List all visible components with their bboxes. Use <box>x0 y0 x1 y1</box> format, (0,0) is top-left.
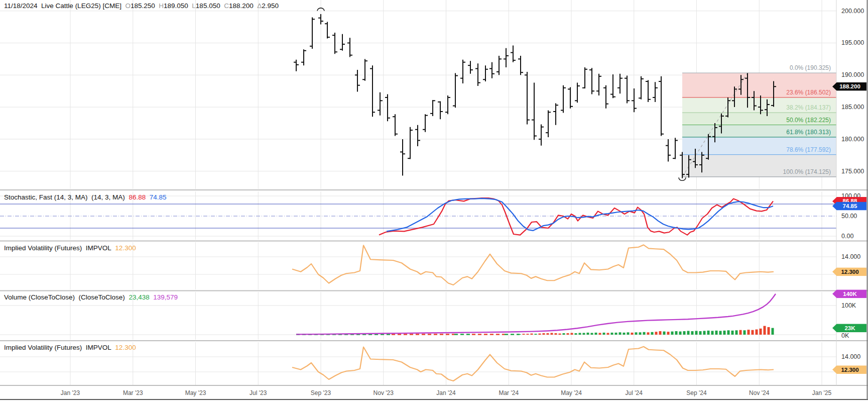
fib-level-label: 0.0% (190.325) <box>790 64 831 71</box>
change-value: 2.950 <box>262 2 279 10</box>
price-bar <box>370 65 375 117</box>
price-bar <box>504 48 509 67</box>
volume-bar <box>651 332 654 335</box>
volume-bar <box>711 331 714 335</box>
volume-bar <box>619 332 622 335</box>
low-label: L <box>192 2 196 10</box>
fib-level-label: 78.6% (177.592) <box>786 146 831 153</box>
stoch-axis-tick: 0.00 <box>841 233 853 240</box>
volume-bar <box>735 330 738 335</box>
volume-bar <box>563 333 565 335</box>
volume-bar <box>595 333 597 335</box>
volume-header[interactable]: Volume (CloseToClose) (CloseToClose) 23,… <box>4 293 178 301</box>
price-bar <box>301 49 306 65</box>
volume-bar <box>575 333 577 335</box>
price-bar <box>347 38 352 57</box>
price-bar <box>325 22 330 38</box>
price-bar <box>385 94 390 122</box>
volume-bar <box>607 333 609 335</box>
impvol1-badge: 12.300 <box>832 267 866 276</box>
volume-axis-tick: 100K <box>841 302 856 309</box>
volume-bar <box>583 333 585 335</box>
x-axis-month-label: Sep '24 <box>686 389 706 396</box>
volume-bar <box>752 330 754 335</box>
price-axis-tick: 180.000 <box>841 136 864 143</box>
volume-line-value: 139,579 <box>153 293 178 301</box>
volume-bar <box>627 332 630 335</box>
volume-line-badge: 140K <box>832 289 866 298</box>
impvol2-title: Implied Volatility (Futures) <box>4 344 82 351</box>
price-bar <box>468 61 473 74</box>
price-bar <box>378 92 383 116</box>
price-bar <box>430 100 435 116</box>
price-bar <box>332 33 337 54</box>
volume-bar <box>699 331 702 335</box>
volume-bar <box>531 334 533 335</box>
price-bar <box>582 67 587 88</box>
impvol1-code: IMPVOL <box>86 244 111 252</box>
stochastic-header[interactable]: Stochastic, Fast (14, 3, MA) (14, 3, MA)… <box>4 193 166 201</box>
price-bar <box>596 74 601 95</box>
volume-bar <box>756 330 758 335</box>
price-bar <box>532 83 537 140</box>
volume-title: Volume (CloseToClose) <box>4 293 75 301</box>
volume-bar <box>635 332 638 335</box>
impvol1-axis-tick: 14.000 <box>841 253 860 260</box>
price-bar <box>511 46 516 62</box>
low-value: 185.050 <box>196 2 220 10</box>
fib-level-label: 23.6% (186.502) <box>786 89 831 96</box>
volume-bar <box>703 331 706 335</box>
volume-bar <box>743 330 746 335</box>
x-axis-month-label: Mar '24 <box>499 389 519 396</box>
price-axis-tick: 175.000 <box>841 168 864 175</box>
volume-bar <box>727 330 730 335</box>
price-bar <box>310 17 315 49</box>
volume-bar <box>707 331 710 335</box>
volume-bar <box>603 333 605 335</box>
volume-bar <box>567 333 569 335</box>
volume-bar <box>687 331 690 335</box>
price-bar <box>553 103 558 125</box>
x-axis-month-label: Nov '23 <box>374 389 394 396</box>
volume-axis-tick: 0K <box>841 332 849 339</box>
price-axis-tick: 195.000 <box>841 39 864 46</box>
price-bar <box>340 34 345 51</box>
price-bar <box>525 72 530 125</box>
stochastic-k-value: 86.88 <box>129 193 146 201</box>
volume-bar <box>691 331 694 335</box>
volume-bar <box>611 333 613 335</box>
volume-bar <box>579 333 581 335</box>
volume-bar <box>719 331 722 335</box>
price-bar <box>546 110 551 137</box>
impvol1-value: 12.300 <box>115 244 136 252</box>
volume-params: (CloseToClose) <box>79 293 125 301</box>
price-bar <box>639 76 644 99</box>
stochastic-d-value: 74.85 <box>150 193 167 201</box>
price-bar <box>659 76 664 136</box>
volume-bar <box>671 332 674 335</box>
stoch-axis-tick: 50.00 <box>841 213 857 220</box>
price-bar <box>673 138 678 159</box>
volume-bar <box>695 331 698 335</box>
volume-bar <box>748 330 750 335</box>
impvol1-header[interactable]: Implied Volatility (Futures) IMPVOL 12.3… <box>4 244 136 252</box>
volume-bar <box>571 333 573 335</box>
x-axis-month-label: Jul '24 <box>626 389 643 396</box>
x-axis-month-label: Jan '25 <box>812 389 831 396</box>
price-bar <box>589 68 594 94</box>
stochastic-params: (14, 3, MA) <box>91 193 125 201</box>
volume-bar <box>643 332 646 335</box>
close-label: C <box>224 2 229 10</box>
impvol2-header[interactable]: Implied Volatility (Futures) IMPVOL 12.3… <box>4 344 136 351</box>
price-bar <box>362 59 367 80</box>
volume-bar <box>543 333 545 335</box>
volume-bar <box>639 332 642 335</box>
price-bar <box>408 127 413 159</box>
open-label: O <box>125 2 131 10</box>
stochastic-title: Stochastic, Fast (14, 3, MA) <box>4 193 88 201</box>
price-bar <box>539 125 544 146</box>
open-value: 185.250 <box>131 2 155 10</box>
price-bar <box>575 83 580 103</box>
price-bar <box>415 125 420 146</box>
volume-bar <box>599 333 601 335</box>
